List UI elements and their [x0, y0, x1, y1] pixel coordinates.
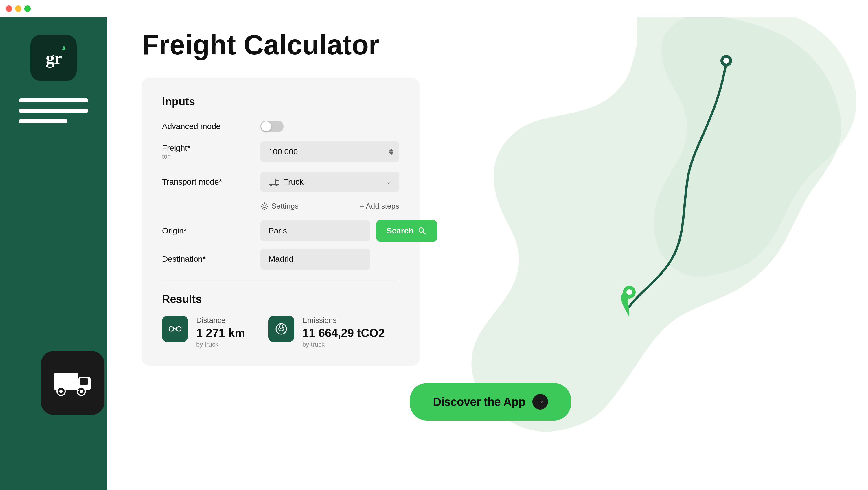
add-steps-label: + Add steps — [360, 202, 399, 210]
discover-btn-wrapper: Discover the App → — [142, 383, 839, 421]
destination-row: Destination* — [162, 249, 399, 270]
maximize-button[interactable] — [24, 5, 31, 12]
svg-point-15 — [270, 184, 272, 186]
distance-icon-box — [162, 316, 188, 342]
discover-label: Discover the App — [433, 395, 525, 409]
origin-row: Origin* Search — [162, 220, 399, 242]
settings-icon — [260, 202, 269, 210]
menu-lines — [19, 98, 88, 123]
distance-label: Distance — [196, 316, 245, 325]
settings-label: Settings — [271, 202, 299, 210]
close-button[interactable] — [6, 5, 12, 12]
distance-info: Distance 1 271 km by truck — [196, 316, 245, 348]
emissions-sub: by truck — [302, 341, 385, 348]
svg-point-17 — [263, 205, 266, 208]
truck-icon-box — [41, 351, 104, 415]
emissions-result: Emissions 11 664,29 tCO2 by truck — [268, 316, 385, 348]
emissions-icon-box — [268, 316, 294, 342]
svg-point-6 — [80, 390, 83, 393]
svg-rect-2 — [80, 378, 88, 385]
settings-row: Settings + Add steps — [260, 202, 399, 210]
minimize-button[interactable] — [15, 5, 22, 12]
svg-point-4 — [59, 390, 63, 393]
main-content: Freight Calculator Inputs Advanced mode … — [107, 0, 868, 490]
divider — [162, 281, 399, 282]
emissions-value: 11 664,29 tCO2 — [302, 327, 385, 339]
svg-point-16 — [275, 184, 278, 186]
emissions-info: Emissions 11 664,29 tCO2 by truck — [302, 316, 385, 348]
destination-input[interactable] — [260, 249, 370, 270]
origin-input[interactable] — [260, 220, 370, 241]
inputs-section-title: Inputs — [162, 95, 399, 108]
emissions-label: Emissions — [302, 316, 385, 325]
results-row: Distance 1 271 km by truck Emissions 11 … — [162, 316, 399, 348]
advanced-mode-toggle[interactable] — [260, 121, 283, 132]
settings-link[interactable]: Settings — [260, 202, 299, 210]
transport-mode-select[interactable]: Truck ⌄ — [260, 171, 399, 192]
results-section-title: Results — [162, 293, 399, 305]
titlebar — [0, 0, 868, 18]
freight-label: Freight* ton — [162, 143, 260, 160]
add-steps-link[interactable]: + Add steps — [360, 202, 399, 210]
freight-input-wrapper — [260, 141, 399, 162]
advanced-mode-label: Advanced mode — [162, 122, 260, 131]
destination-label: Destination* — [162, 255, 260, 264]
svg-rect-14 — [276, 181, 279, 184]
chevron-down-icon: ⌄ — [386, 178, 391, 186]
page-title: Freight Calculator — [142, 29, 839, 61]
transport-mode-wrapper: Truck ⌄ — [260, 171, 399, 192]
transport-mode-row: Transport mode* Truck ⌄ — [162, 171, 399, 192]
truck-icon — [52, 367, 93, 399]
advanced-mode-row: Advanced mode — [162, 121, 399, 132]
toggle-knob — [261, 122, 271, 131]
freight-row: Freight* ton — [162, 141, 399, 162]
origin-label: Origin* — [162, 226, 260, 235]
distance-icon — [167, 321, 183, 337]
sidebar: gr — [0, 0, 107, 490]
search-label: Search — [386, 226, 413, 235]
freight-input[interactable] — [260, 141, 399, 162]
truck-mini-icon — [269, 178, 279, 186]
emissions-icon — [273, 321, 289, 337]
transport-mode-value: Truck — [283, 177, 304, 187]
logo-text: gr — [46, 48, 62, 68]
svg-rect-0 — [54, 373, 79, 390]
svg-point-19 — [169, 327, 174, 331]
search-icon — [417, 226, 427, 235]
distance-sub: by truck — [196, 341, 245, 348]
leaf-icon — [61, 45, 66, 51]
menu-line-3 — [19, 119, 67, 123]
menu-line-1 — [19, 98, 88, 102]
distance-value: 1 271 km — [196, 327, 245, 339]
distance-result: Distance 1 271 km by truck — [162, 316, 245, 348]
discover-arrow-icon: → — [532, 394, 548, 410]
logo: gr — [30, 35, 77, 81]
search-button[interactable]: Search — [376, 220, 437, 242]
svg-rect-13 — [269, 179, 276, 184]
calculator-card: Inputs Advanced mode Freight* ton — [142, 78, 420, 366]
menu-line-2 — [19, 109, 88, 113]
svg-point-12 — [626, 289, 632, 295]
transport-mode-label: Transport mode* — [162, 177, 260, 187]
discover-app-button[interactable]: Discover the App → — [410, 383, 571, 421]
